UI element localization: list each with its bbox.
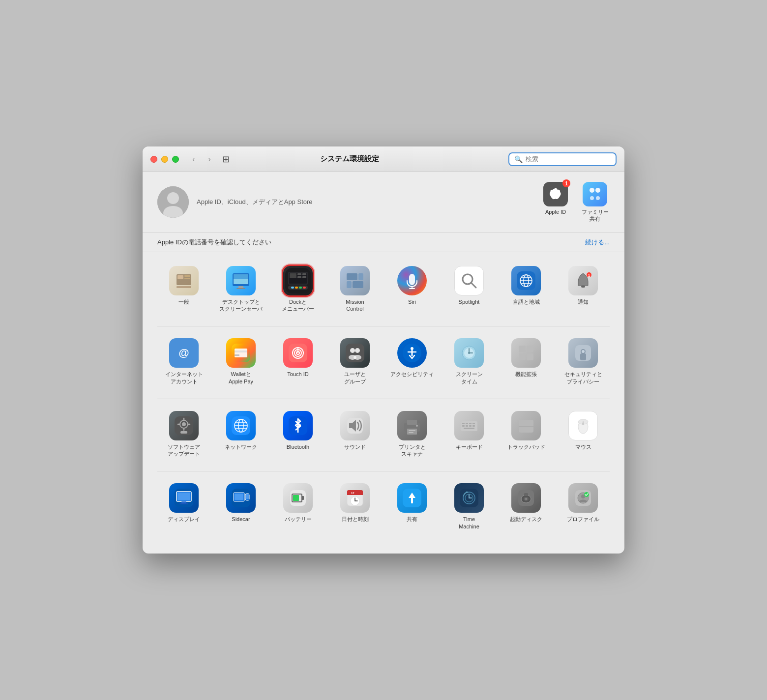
pref-notification[interactable]: 1 通知 [557, 262, 610, 317]
pref-desktop[interactable]: デスクトップとスクリーンセーバ [214, 262, 267, 317]
prefs-row-4: ディスプレイ Sidecar [157, 479, 610, 534]
svg-rect-134 [302, 496, 304, 500]
search-box[interactable]: 🔍 [508, 152, 617, 166]
svg-point-1 [167, 192, 179, 204]
screentime-label: スクリーンタイム [456, 371, 483, 385]
pref-users[interactable]: ユーザとグループ [328, 334, 382, 389]
pref-extensions[interactable]: 機能拡張 [500, 334, 553, 389]
svg-rect-31 [347, 273, 357, 280]
search-input[interactable] [526, 155, 611, 163]
pref-accessibility[interactable]: アクセシビリティ [385, 334, 439, 389]
svg-rect-108 [469, 423, 472, 424]
pref-timemachine[interactable]: TimeMachine [442, 479, 496, 534]
pref-language[interactable]: 言語と地域 [500, 262, 553, 317]
svg-rect-153 [524, 493, 528, 496]
svg-line-38 [471, 283, 476, 288]
svg-rect-137 [347, 493, 363, 495]
pref-battery[interactable]: バッテリー [271, 479, 324, 534]
battery-label: バッテリー [285, 516, 312, 523]
svg-rect-103 [409, 432, 413, 433]
pref-network[interactable]: ネットワーク [214, 407, 267, 462]
wallet-label: WalletとApple Pay [229, 371, 253, 385]
pref-startup[interactable]: 起動ディスク [500, 479, 553, 534]
pref-bluetooth[interactable]: Bluetooth [271, 407, 324, 462]
language-icon [511, 266, 541, 295]
bluetooth-icon [283, 411, 313, 440]
svg-rect-128 [235, 494, 243, 500]
pref-security[interactable]: セキュリティとプライバシー [557, 334, 610, 389]
users-icon [340, 338, 370, 368]
svg-rect-32 [358, 273, 363, 280]
family-icon-item[interactable]: ファミリー共有 [580, 182, 610, 223]
svg-rect-29 [299, 287, 302, 289]
accessibility-icon [397, 338, 427, 368]
svg-rect-130 [246, 494, 249, 499]
pref-mouse[interactable]: マウス [557, 407, 610, 462]
mouse-label: マウス [575, 443, 591, 450]
startup-label: 起動ディスク [510, 516, 542, 523]
user-description: Apple ID、iCloud、メディアとApp Store [197, 198, 313, 206]
close-button[interactable] [150, 156, 157, 163]
keyboard-label: キーボード [456, 443, 483, 450]
notification-text: Apple IDの電話番号を確認してください [157, 238, 271, 247]
pref-keyboard[interactable]: キーボード [442, 407, 496, 462]
svg-rect-17 [236, 288, 245, 289]
svg-point-7 [596, 196, 600, 200]
pref-display[interactable]: ディスプレイ [157, 479, 210, 534]
sound-icon [340, 411, 370, 440]
general-label: 一般 [178, 298, 189, 305]
spotlight-icon [454, 266, 484, 295]
svg-rect-106 [462, 423, 465, 424]
continue-link[interactable]: 続ける... [585, 238, 610, 247]
svg-rect-100 [407, 420, 417, 425]
pref-wallet[interactable]: WalletとApple Pay [214, 334, 267, 389]
family-svg [586, 185, 604, 203]
apple-id-icon-item[interactable]: 1 Apple ID [541, 182, 570, 215]
svg-rect-24 [297, 276, 301, 278]
trackpad-icon [511, 411, 541, 440]
pref-mission[interactable]: MissionControl [328, 262, 382, 317]
user-icon-area: 1 Apple ID ファミリー共有 [541, 182, 610, 223]
pref-spotlight[interactable]: Spotlight [442, 262, 496, 317]
keyboard-icon [454, 411, 484, 440]
window-title: システム環境設定 [194, 154, 504, 164]
pref-sound[interactable]: サウンド [328, 407, 382, 462]
pref-touchid[interactable]: Touch ID [271, 334, 324, 389]
svg-rect-51 [235, 349, 247, 357]
users-label: ユーザとグループ [344, 371, 366, 385]
maximize-button[interactable] [172, 156, 179, 163]
pref-screentime[interactable]: スクリーンタイム [442, 334, 496, 389]
pref-internet[interactable]: @ インターネットアカウント [157, 334, 210, 389]
svg-point-4 [590, 188, 594, 193]
svg-point-81 [582, 350, 585, 353]
svg-rect-27 [291, 287, 294, 289]
pref-software[interactable]: ソフトウェアアップデート [157, 407, 210, 462]
pref-profiles[interactable]: プロファイル [557, 479, 610, 534]
software-icon [169, 411, 199, 440]
titlebar: ‹ › ⊞ システム環境設定 🔍 [143, 146, 624, 172]
bluetooth-label: Bluetooth [287, 443, 309, 450]
svg-rect-58 [346, 344, 364, 362]
notification-label: 通知 [578, 298, 589, 305]
prefs-row-3: ソフトウェアアップデート ネットワーク [157, 407, 610, 462]
avatar[interactable] [157, 186, 189, 218]
avatar-image [157, 186, 189, 218]
svg-point-59 [350, 348, 355, 353]
dock-icon [283, 266, 313, 295]
touchid-label: Touch ID [287, 371, 308, 378]
svg-rect-12 [177, 286, 191, 288]
pref-sharing[interactable]: 共有 [385, 479, 439, 534]
pref-general[interactable]: 一般 [157, 262, 210, 317]
mission-label: MissionControl [346, 298, 364, 313]
minimize-button[interactable] [161, 156, 168, 163]
svg-point-84 [182, 422, 186, 426]
pref-datetime[interactable]: 17 日付と時刻 [328, 479, 382, 534]
pref-dock[interactable]: Dockとメニューバー [271, 262, 324, 317]
pref-sidecar[interactable]: Sidecar [214, 479, 267, 534]
pref-trackpad[interactable]: トラックパッド [500, 407, 553, 462]
svg-rect-25 [302, 276, 306, 278]
pref-siri[interactable]: Siri [385, 262, 439, 317]
pref-printer[interactable]: プリンタとスキャナ [385, 407, 439, 462]
badge: 1 [562, 179, 570, 187]
timemachine-label: TimeMachine [459, 516, 479, 530]
